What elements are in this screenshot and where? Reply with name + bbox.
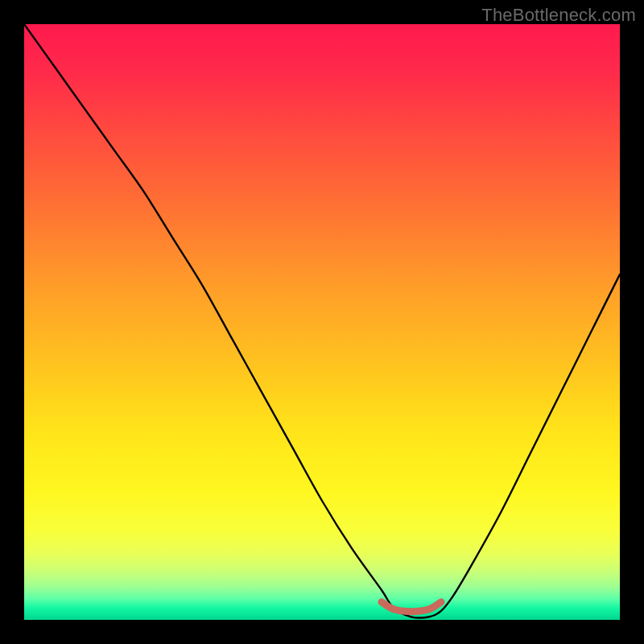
bottleneck-curve	[24, 24, 620, 617]
watermark-text: TheBottleneck.com	[481, 5, 636, 26]
curve-layer	[24, 24, 620, 620]
plot-area	[24, 24, 620, 620]
chart-frame: TheBottleneck.com	[0, 0, 644, 644]
